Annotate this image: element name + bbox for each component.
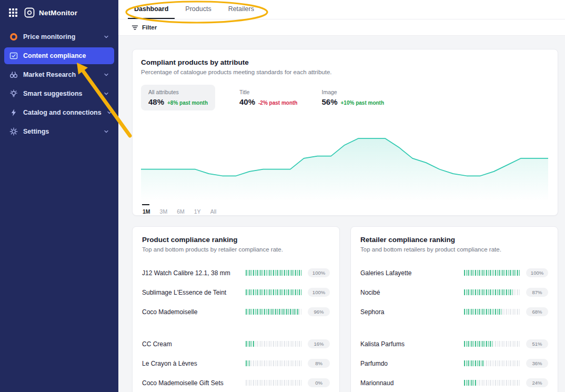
stat-delta: -2% past month (258, 100, 297, 106)
top-group: Galeries Lafayette100%Nocibé87%Sephora68… (360, 263, 548, 321)
percent-badge: 16% (308, 339, 330, 348)
compliance-bar-fill (464, 380, 477, 386)
smart-suggestions-icon (9, 89, 18, 98)
compliance-trend-chart (141, 122, 548, 201)
percent-badge: 68% (526, 307, 548, 316)
ranking-row: Sublimage L'Essence de Teint100% (142, 283, 330, 302)
percent-badge: 100% (308, 268, 330, 277)
stat-label: All attributes (148, 89, 208, 95)
stat-value-row: 56%+10% past month (321, 97, 384, 106)
tab-dashboard[interactable]: Dashboard (128, 0, 175, 19)
sidebar-item-catalog-connections[interactable]: Catalog and connections (4, 104, 114, 121)
stat-all-attributes[interactable]: All attributes48%+8% past month (141, 85, 215, 110)
stat-delta: +10% past month (341, 100, 385, 106)
retailer-ranking-list: Galeries Lafayette100%Nocibé87%Sephora68… (360, 263, 548, 392)
chevron-down-icon (107, 110, 112, 115)
chevron-down-icon (104, 72, 109, 77)
stat-label: Title (239, 89, 297, 95)
ranking-row: Galeries Lafayette100% (360, 263, 548, 283)
card-title: Compliant products by attribute (141, 58, 548, 66)
percent-badge: 87% (526, 288, 548, 297)
compliance-bar (246, 380, 301, 386)
compliance-bar-fill (464, 270, 520, 276)
settings-icon (9, 127, 18, 136)
range-1m[interactable]: 1M (142, 204, 151, 216)
bottom-group: Kalista Parfums51%Parfumdo36%Marionnaud2… (360, 334, 548, 392)
ranking-item-name: CC Cream (142, 340, 246, 348)
chevron-down-icon (104, 91, 109, 96)
ranking-item-name: Marionnaud (360, 379, 464, 387)
chevron-down-icon (104, 34, 109, 39)
catalog-connections-icon (9, 108, 18, 117)
tab-retailers[interactable]: Retailers (222, 0, 260, 19)
range-1y[interactable]: 1Y (194, 204, 201, 216)
compliance-bar (464, 270, 520, 276)
compliance-bar-fill (246, 341, 255, 347)
sidebar-item-label: Market Research (23, 71, 76, 78)
ranking-row: CC Cream16% (142, 334, 330, 354)
sidebar-item-market-research[interactable]: Market Research (4, 66, 114, 83)
range-3m[interactable]: 3M (159, 204, 168, 216)
percent-badge: 100% (526, 268, 548, 277)
ranking-item-name: Le Crayon à Lèvres (142, 360, 246, 367)
compliance-bar (464, 309, 520, 315)
percent-badge: 51% (526, 339, 548, 348)
apps-grid-icon[interactable] (8, 8, 18, 17)
compliance-bar (246, 360, 301, 366)
stat-title[interactable]: Title40%-2% past month (239, 85, 297, 110)
compliance-bar-fill (246, 289, 301, 295)
top-group: J12 Watch Calibre 12.1, 38 mm100%Sublima… (142, 263, 330, 321)
range-all[interactable]: All (210, 204, 217, 216)
compliance-bar (464, 380, 520, 386)
compliance-bar (464, 341, 520, 347)
tab-bar: DashboardProductsRetailers (118, 0, 565, 19)
stat-value: 40% (239, 97, 255, 106)
sidebar-item-content-compliance[interactable]: Content compliance (4, 47, 114, 64)
sidebar-item-label: Smart suggestions (23, 90, 83, 97)
compliance-bar (246, 270, 301, 276)
compliance-bar (246, 309, 301, 315)
filter-bar: Filter (118, 19, 565, 36)
sidebar-item-smart-suggestions[interactable]: Smart suggestions (4, 85, 114, 102)
percent-badge: 0% (308, 378, 330, 387)
sidebar-nav: Price monitoringContent complianceMarket… (0, 26, 118, 142)
compliance-bar (464, 360, 520, 366)
ranking-cards-row: Product compliance ranking Top and botto… (132, 226, 558, 392)
sidebar: NetMonitor Price monitoringContent compl… (0, 0, 118, 392)
attribute-stats: All attributes48%+8% past monthTitle40%-… (141, 85, 548, 110)
filter-button[interactable]: Filter (142, 24, 157, 31)
compliance-bar-fill (464, 360, 484, 366)
ranking-row: Kalista Parfums51% (360, 334, 548, 354)
ranking-item-name: Sephora (360, 308, 464, 316)
ranking-row: Parfumdo36% (360, 354, 548, 373)
dashboard-main: Compliant products by attribute Percenta… (118, 36, 565, 392)
ranking-item-name: Nocibé (360, 289, 464, 296)
sidebar-item-settings[interactable]: Settings (4, 123, 114, 140)
market-research-icon (9, 71, 18, 79)
range-6m[interactable]: 6M (176, 204, 185, 216)
compliance-bar-fill (246, 270, 301, 276)
stat-image[interactable]: Image56%+10% past month (321, 85, 384, 110)
stat-label: Image (321, 89, 384, 95)
sidebar-item-price-monitoring[interactable]: Price monitoring (4, 28, 114, 45)
compliance-bar (246, 341, 301, 347)
tab-products[interactable]: Products (179, 0, 217, 19)
app-root: NetMonitor Price monitoringContent compl… (0, 0, 565, 392)
percent-badge: 24% (526, 378, 548, 387)
app-logo[interactable]: NetMonitor (24, 7, 77, 18)
content-compliance-icon (9, 52, 18, 60)
sidebar-item-label: Catalog and connections (23, 109, 102, 116)
chevron-down-icon (104, 129, 109, 134)
compliance-bar-fill (464, 309, 502, 315)
ranking-item-name: Parfumdo (360, 360, 464, 367)
percent-badge: 36% (526, 359, 548, 368)
bottom-group: CC Cream16%Le Crayon à Lèvres8%Coco Made… (142, 334, 330, 392)
compliance-bar-fill (246, 309, 299, 315)
compliance-bar (246, 289, 301, 295)
filter-icon (132, 24, 138, 31)
ranking-item-name: J12 Watch Calibre 12.1, 38 mm (142, 269, 246, 277)
stat-delta: +8% past month (167, 100, 208, 106)
compliant-products-card: Compliant products by attribute Percenta… (132, 49, 558, 216)
ranking-item-name: Kalista Parfums (360, 340, 464, 348)
sidebar-item-label: Price monitoring (23, 33, 75, 41)
